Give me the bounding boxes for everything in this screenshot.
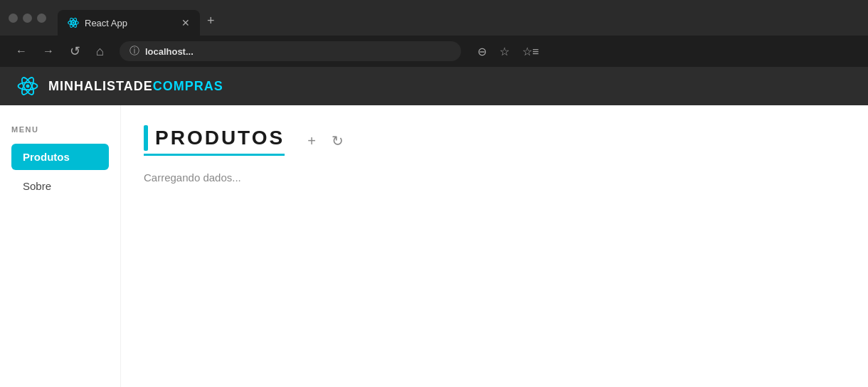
refresh-data-button[interactable]: ↻	[329, 131, 346, 151]
traffic-light-minimize[interactable]	[23, 14, 32, 23]
sidebar: MENU Produtos Sobre	[0, 105, 121, 387]
forward-button[interactable]: →	[38, 42, 58, 60]
active-tab[interactable]: React App ✕	[58, 10, 200, 36]
svg-point-7	[26, 85, 30, 88]
tab-title: React App	[85, 18, 127, 28]
nav-action-icons: ⊖ ☆ ☆≡	[472, 41, 544, 62]
browser-titlebar: React App ✕ +	[0, 0, 868, 36]
tab-bar: React App ✕ +	[58, 0, 859, 36]
app-title-part3: COMPRAS	[153, 79, 223, 93]
sidebar-label: MENU	[11, 125, 109, 134]
address-text: localhost...	[145, 46, 194, 57]
reading-list-icon[interactable]: ☆≡	[517, 41, 544, 62]
react-favicon-icon	[68, 17, 79, 28]
app-title-part1: MINHA	[48, 79, 94, 93]
loading-text: Carregando dados...	[144, 171, 845, 184]
page-header-actions: + ↻	[305, 131, 346, 151]
traffic-lights	[9, 14, 46, 23]
browser-navbar: ← → ↺ ⌂ ⓘ localhost... ⊖ ☆ ☆≡	[0, 36, 868, 67]
tab-close-button[interactable]: ✕	[181, 17, 190, 28]
zoom-icon[interactable]: ⊖	[472, 41, 492, 62]
svg-point-3	[73, 22, 75, 24]
traffic-light-maximize[interactable]	[37, 14, 46, 23]
sidebar-item-sobre[interactable]: Sobre	[11, 173, 109, 199]
page-title: PRODUTOS	[155, 127, 285, 149]
page-title-bar	[144, 125, 148, 151]
address-bar[interactable]: ⓘ localhost...	[120, 41, 461, 61]
app-title: MINHALISTADECOMPRAS	[48, 79, 223, 94]
home-button[interactable]: ⌂	[92, 41, 108, 62]
app-body: MENU Produtos Sobre PRODUTOS + ↻ Carrega…	[0, 105, 868, 387]
app-logo-icon	[17, 75, 38, 97]
traffic-light-close[interactable]	[9, 14, 18, 23]
sidebar-item-produtos[interactable]: Produtos	[11, 144, 109, 170]
app-header: MINHALISTADECOMPRAS	[0, 67, 868, 105]
add-product-button[interactable]: +	[305, 131, 319, 151]
back-button[interactable]: ←	[11, 42, 31, 60]
new-tab-button[interactable]: +	[200, 9, 222, 33]
page-title-wrapper: PRODUTOS	[144, 125, 285, 156]
page-header: PRODUTOS + ↻	[144, 125, 845, 156]
main-panel: PRODUTOS + ↻ Carregando dados...	[121, 105, 868, 387]
star-icon[interactable]: ☆	[494, 41, 514, 62]
info-icon: ⓘ	[129, 45, 139, 58]
app-title-part2: LISTADE	[94, 79, 153, 93]
refresh-button[interactable]: ↺	[65, 41, 85, 62]
